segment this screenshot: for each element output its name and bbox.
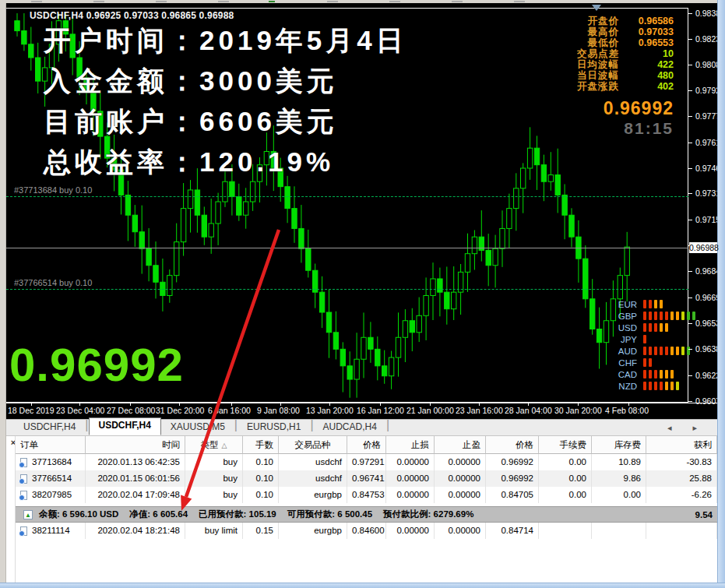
strength-bar [676,382,679,390]
account-overlay-line: 开户时间：2019年5月4日 [44,20,407,61]
chart-tab-usdchf-h4[interactable]: USDCHF,H4 [89,417,161,435]
order-row[interactable]: 377665142020.01.15 06:01:56buy0.10usdchf… [16,470,717,487]
strength-bar [643,312,646,320]
order-cell-symbol: usdchf [279,454,347,470]
ask-price-label: 0.96992 [577,98,674,119]
strength-bar [665,382,668,390]
strength-bar [654,347,657,355]
order-cell-price: 0.96992 [486,470,539,487]
column-header-2[interactable]: 类型△ [185,436,243,454]
orders-table: 订单时间类型△手数交易品种价格止损止盈价格手续费库存费获利37713684202… [16,436,717,539]
order-cell-lots: 0.10 [243,454,279,470]
info-row: 开盘价0.96586 [577,16,674,26]
time-tick [578,403,579,406]
order-doc-icon [20,458,27,467]
window-bottom-edge [0,583,725,588]
order-cell-profit: -30.83 [646,454,717,470]
currency-code-label: EUR [607,300,637,309]
order-cell-type: buy [185,470,243,487]
order-row[interactable]: 377136842020.01.13 06:42:35buy0.10usdchf… [16,454,717,470]
order-cell-symbol: usdchf [279,470,347,487]
strength-bar [665,312,668,320]
info-value: 0.96553 [627,37,674,48]
order-row[interactable]: 382111142020.02.04 18:21:48buy limit0.15… [16,523,717,539]
order-cell-swap: 0.00 [592,487,646,503]
order-id: 38211114 [32,523,70,539]
balance-icon: ▲ [23,510,33,519]
order-cell-profit: -6.26 [646,487,717,503]
order-row[interactable]: 382079852020.02.04 17:09:48buy0.10eurgbp… [16,487,717,503]
currency-code-label: CHF [607,358,637,368]
strength-bar [643,300,646,308]
time-tick-label: 13 Jan 20:00 [306,406,354,415]
column-header-8[interactable]: 价格 [486,436,539,454]
column-header-4[interactable]: 交易品种 [279,436,347,454]
toolbar-fragment [327,1,338,2]
order-id: 38207985 [32,487,72,503]
price-tick [688,375,692,376]
column-header-10[interactable]: 库存费 [592,436,646,454]
strength-bar [649,382,652,390]
time-tick-label: 31 Dec 20:00 [156,406,204,415]
order-cell-symbol: eurgbp [279,487,347,503]
info-row: 开盘涨跌402 [577,81,674,92]
strength-bar [654,300,657,308]
column-header-1[interactable]: 时间 [86,436,185,454]
time-tick-label: 27 Dec 08:00 [107,406,155,415]
info-value: 10 [627,48,674,59]
strength-bar [649,370,652,379]
time-tick [329,403,330,406]
order-cell-open: 0.84753 [347,487,386,503]
strength-bar [654,382,657,390]
toolbar-fragment [514,1,525,2]
order-cell-sl: 0.00000 [386,487,435,503]
strength-bar [643,335,646,343]
toolbar-fragment [156,1,167,2]
order-cell-price: 0.84705 [486,487,539,503]
balance-part: 可用预付款: 6 500.45 [287,509,372,520]
order-cell-open: 0.96741 [347,470,386,487]
strength-bar [676,347,679,355]
chart-panel[interactable]: USDCHF,H4 0.96925 0.97033 0.96865 0.9698… [6,3,717,419]
order-cell-lots: 0.10 [243,487,279,503]
balance-part: 余额: 6 596.10 USD [39,509,118,520]
strength-bar [649,323,652,332]
strength-bar [649,312,652,320]
tab-scroll-arrows[interactable]: ◂ ▸ [667,423,706,433]
column-header-3[interactable]: 手数 [243,436,279,454]
toolbar-fragment [452,1,463,2]
order-cell-commission [539,523,592,539]
order-cell-commission: 0.00 [539,454,592,470]
info-row: 日均波幅422 [577,59,674,70]
chart-tab-usdchf-h4[interactable]: USDCHF,H4 [14,419,85,435]
column-header-0[interactable]: 订单 [16,436,86,454]
order-doc-icon [20,474,27,484]
price-tick [688,143,692,143]
sort-indicator: △ [222,442,227,449]
column-header-6[interactable]: 止损 [386,436,435,454]
window-left-edge [0,3,6,583]
chart-tab-eurusd-h1[interactable]: EURUSD,H1 [238,419,310,435]
column-header-11[interactable]: 获利 [646,436,717,454]
column-header-9[interactable]: 手续费 [539,436,592,454]
currency-strength-row: USD [607,322,698,333]
column-header-5[interactable]: 价格 [347,436,386,454]
strength-bar [649,347,652,355]
column-header-7[interactable]: 止盈 [435,436,486,454]
order-id: 37766514 [32,470,72,487]
chart-title: USDCHF,H4 0.96925 0.97033 0.96865 0.9698… [30,10,234,21]
info-value: 422 [627,59,674,70]
time-tick-label: 30 Jan 20:00 [554,406,602,415]
currency-strength-row: JPY [607,333,698,345]
order-cell-type: buy [185,487,243,503]
strength-bar [665,323,668,332]
price-tick [688,349,692,350]
chart-tab-audcad-h4[interactable]: AUDCAD,H4 [314,419,386,435]
info-label: 开盘涨跌 [577,81,619,92]
chart-tab-xauusd-m5[interactable]: XAUUSD,M5 [161,419,234,435]
current-price-tag: 0.96988 [689,242,717,253]
info-value: 402 [627,81,674,92]
order-cell-time: 2020.01.13 06:42:35 [86,454,185,470]
time-tick [280,403,281,406]
currency-code-label: AUD [607,347,637,356]
